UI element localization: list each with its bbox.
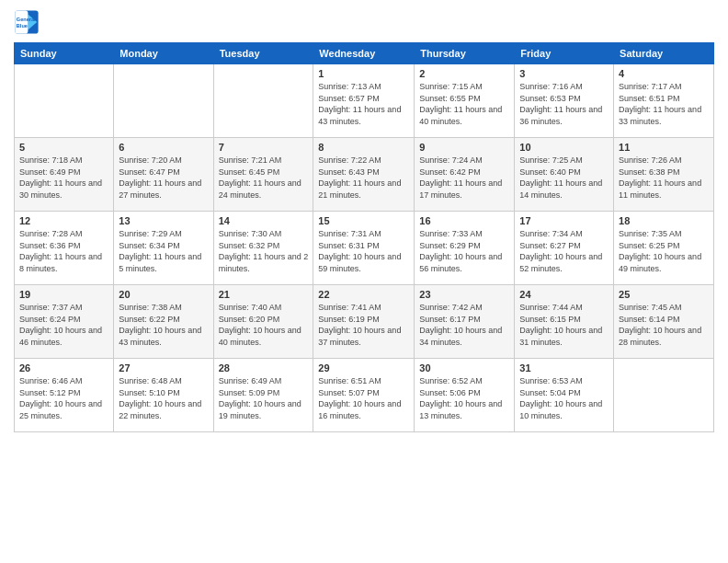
- day-cell: 24Sunrise: 7:44 AM Sunset: 6:15 PM Dayli…: [515, 285, 614, 359]
- week-row-0: 1Sunrise: 7:13 AM Sunset: 6:57 PM Daylig…: [15, 64, 714, 138]
- day-number: 24: [519, 289, 609, 300]
- day-number: 22: [318, 289, 409, 300]
- header-cell-thursday: Thursday: [415, 43, 515, 64]
- day-info: Sunrise: 7:31 AM Sunset: 6:31 PM Dayligh…: [318, 228, 409, 274]
- header: General Blue: [14, 9, 714, 35]
- day-info: Sunrise: 6:48 AM Sunset: 5:10 PM Dayligh…: [119, 375, 208, 421]
- day-cell: 10Sunrise: 7:25 AM Sunset: 6:40 PM Dayli…: [515, 138, 614, 212]
- day-cell: 5Sunrise: 7:18 AM Sunset: 6:49 PM Daylig…: [15, 138, 114, 212]
- day-info: Sunrise: 7:16 AM Sunset: 6:53 PM Dayligh…: [519, 81, 609, 127]
- day-cell: 26Sunrise: 6:46 AM Sunset: 5:12 PM Dayli…: [15, 359, 114, 432]
- day-info: Sunrise: 7:41 AM Sunset: 6:19 PM Dayligh…: [318, 302, 409, 348]
- week-row-4: 26Sunrise: 6:46 AM Sunset: 5:12 PM Dayli…: [15, 359, 714, 432]
- day-info: Sunrise: 7:13 AM Sunset: 6:57 PM Dayligh…: [318, 81, 409, 127]
- day-number: 9: [419, 142, 509, 153]
- day-info: Sunrise: 7:15 AM Sunset: 6:55 PM Dayligh…: [419, 81, 509, 127]
- day-number: 21: [219, 289, 309, 300]
- day-info: Sunrise: 7:45 AM Sunset: 6:14 PM Dayligh…: [619, 302, 709, 348]
- day-info: Sunrise: 6:53 AM Sunset: 5:04 PM Dayligh…: [519, 375, 609, 421]
- day-cell: 4Sunrise: 7:17 AM Sunset: 6:51 PM Daylig…: [614, 64, 714, 138]
- day-info: Sunrise: 6:51 AM Sunset: 5:07 PM Dayligh…: [318, 375, 409, 421]
- day-cell: 25Sunrise: 7:45 AM Sunset: 6:14 PM Dayli…: [614, 285, 714, 359]
- logo: General Blue: [14, 9, 43, 35]
- day-cell: 16Sunrise: 7:33 AM Sunset: 6:29 PM Dayli…: [415, 212, 515, 285]
- header-cell-friday: Friday: [515, 43, 614, 64]
- page: General Blue SundayMondayTuesdayWednesda…: [0, 0, 728, 563]
- logo-icon: General Blue: [14, 9, 40, 35]
- day-info: Sunrise: 7:34 AM Sunset: 6:27 PM Dayligh…: [519, 228, 609, 274]
- day-number: 28: [219, 362, 309, 373]
- day-cell: 2Sunrise: 7:15 AM Sunset: 6:55 PM Daylig…: [415, 64, 515, 138]
- day-cell: 3Sunrise: 7:16 AM Sunset: 6:53 PM Daylig…: [515, 64, 614, 138]
- day-number: 8: [318, 142, 409, 153]
- day-cell: 14Sunrise: 7:30 AM Sunset: 6:32 PM Dayli…: [213, 212, 313, 285]
- calendar-table: SundayMondayTuesdayWednesdayThursdayFrid…: [14, 42, 714, 432]
- day-info: Sunrise: 7:25 AM Sunset: 6:40 PM Dayligh…: [519, 155, 609, 201]
- header-row: SundayMondayTuesdayWednesdayThursdayFrid…: [15, 43, 714, 64]
- week-row-2: 12Sunrise: 7:28 AM Sunset: 6:36 PM Dayli…: [15, 212, 714, 285]
- day-cell: 13Sunrise: 7:29 AM Sunset: 6:34 PM Dayli…: [114, 212, 213, 285]
- day-cell: 7Sunrise: 7:21 AM Sunset: 6:45 PM Daylig…: [213, 138, 313, 212]
- day-number: 19: [19, 289, 108, 300]
- day-info: Sunrise: 6:49 AM Sunset: 5:09 PM Dayligh…: [219, 375, 309, 421]
- day-number: 23: [419, 289, 509, 300]
- day-info: Sunrise: 7:22 AM Sunset: 6:43 PM Dayligh…: [318, 155, 409, 201]
- day-info: Sunrise: 7:38 AM Sunset: 6:22 PM Dayligh…: [119, 302, 208, 348]
- day-number: 10: [519, 142, 609, 153]
- day-cell: 19Sunrise: 7:37 AM Sunset: 6:24 PM Dayli…: [15, 285, 114, 359]
- day-cell: 8Sunrise: 7:22 AM Sunset: 6:43 PM Daylig…: [313, 138, 415, 212]
- day-number: 18: [619, 215, 709, 226]
- day-info: Sunrise: 7:33 AM Sunset: 6:29 PM Dayligh…: [419, 228, 509, 274]
- day-cell: [15, 64, 114, 138]
- day-number: 5: [19, 142, 108, 153]
- day-info: Sunrise: 7:40 AM Sunset: 6:20 PM Dayligh…: [219, 302, 309, 348]
- day-number: 3: [519, 68, 609, 79]
- day-cell: 30Sunrise: 6:52 AM Sunset: 5:06 PM Dayli…: [415, 359, 515, 432]
- day-info: Sunrise: 7:44 AM Sunset: 6:15 PM Dayligh…: [519, 302, 609, 348]
- day-info: Sunrise: 7:42 AM Sunset: 6:17 PM Dayligh…: [419, 302, 509, 348]
- day-cell: [614, 359, 714, 432]
- day-number: 4: [619, 68, 709, 79]
- header-cell-tuesday: Tuesday: [213, 43, 313, 64]
- day-cell: 28Sunrise: 6:49 AM Sunset: 5:09 PM Dayli…: [213, 359, 313, 432]
- day-cell: 9Sunrise: 7:24 AM Sunset: 6:42 PM Daylig…: [415, 138, 515, 212]
- day-cell: 21Sunrise: 7:40 AM Sunset: 6:20 PM Dayli…: [213, 285, 313, 359]
- day-cell: 23Sunrise: 7:42 AM Sunset: 6:17 PM Dayli…: [415, 285, 515, 359]
- day-number: 2: [419, 68, 509, 79]
- day-cell: 31Sunrise: 6:53 AM Sunset: 5:04 PM Dayli…: [515, 359, 614, 432]
- day-number: 14: [219, 215, 309, 226]
- day-info: Sunrise: 7:24 AM Sunset: 6:42 PM Dayligh…: [419, 155, 509, 201]
- header-cell-monday: Monday: [114, 43, 213, 64]
- day-cell: 20Sunrise: 7:38 AM Sunset: 6:22 PM Dayli…: [114, 285, 213, 359]
- day-number: 11: [619, 142, 709, 153]
- day-cell: 29Sunrise: 6:51 AM Sunset: 5:07 PM Dayli…: [313, 359, 415, 432]
- header-cell-wednesday: Wednesday: [313, 43, 415, 64]
- day-info: Sunrise: 7:28 AM Sunset: 6:36 PM Dayligh…: [19, 228, 108, 274]
- svg-text:General: General: [17, 17, 36, 22]
- day-info: Sunrise: 7:29 AM Sunset: 6:34 PM Dayligh…: [119, 228, 208, 274]
- day-info: Sunrise: 7:21 AM Sunset: 6:45 PM Dayligh…: [219, 155, 309, 201]
- day-number: 25: [619, 289, 709, 300]
- day-info: Sunrise: 6:52 AM Sunset: 5:06 PM Dayligh…: [419, 375, 509, 421]
- day-cell: [213, 64, 313, 138]
- week-row-1: 5Sunrise: 7:18 AM Sunset: 6:49 PM Daylig…: [15, 138, 714, 212]
- day-cell: 12Sunrise: 7:28 AM Sunset: 6:36 PM Dayli…: [15, 212, 114, 285]
- day-cell: 11Sunrise: 7:26 AM Sunset: 6:38 PM Dayli…: [614, 138, 714, 212]
- day-number: 7: [219, 142, 309, 153]
- day-cell: 27Sunrise: 6:48 AM Sunset: 5:10 PM Dayli…: [114, 359, 213, 432]
- day-number: 29: [318, 362, 409, 373]
- day-cell: 17Sunrise: 7:34 AM Sunset: 6:27 PM Dayli…: [515, 212, 614, 285]
- day-cell: 18Sunrise: 7:35 AM Sunset: 6:25 PM Dayli…: [614, 212, 714, 285]
- day-number: 27: [119, 362, 208, 373]
- day-info: Sunrise: 7:26 AM Sunset: 6:38 PM Dayligh…: [619, 155, 709, 201]
- day-number: 17: [519, 215, 609, 226]
- day-cell: 6Sunrise: 7:20 AM Sunset: 6:47 PM Daylig…: [114, 138, 213, 212]
- day-number: 15: [318, 215, 409, 226]
- day-number: 20: [119, 289, 208, 300]
- day-cell: [114, 64, 213, 138]
- day-number: 26: [19, 362, 108, 373]
- header-cell-sunday: Sunday: [15, 43, 114, 64]
- header-cell-saturday: Saturday: [614, 43, 714, 64]
- svg-text:Blue: Blue: [17, 23, 28, 29]
- day-info: Sunrise: 7:20 AM Sunset: 6:47 PM Dayligh…: [119, 155, 208, 201]
